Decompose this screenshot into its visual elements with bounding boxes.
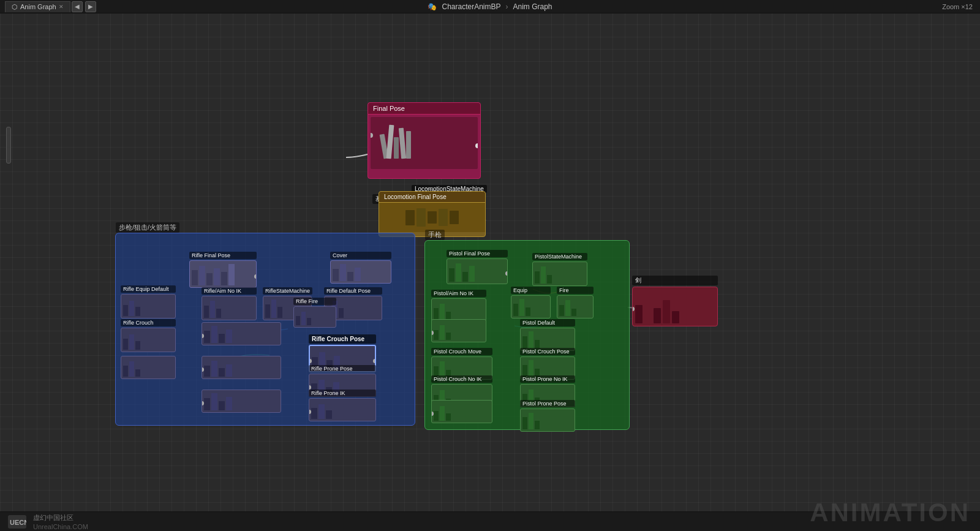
rifle-final-pose-label: Rifle Final Pose xyxy=(189,252,257,288)
site-url: UnrealChina.COM xyxy=(33,523,88,530)
rifle-node-row2-left[interactable] xyxy=(121,356,176,379)
rifle-group: 步枪/狙击/火箭筒等 Rifle Final Pose Cover xyxy=(115,233,415,426)
rifle-prone-ik-node[interactable]: Rifle Prone IK xyxy=(309,390,376,421)
bottom-bar: UECN 虚幻中国社区 UnrealChina.COM ANIMATION xyxy=(0,511,980,531)
pistol-bottom-left-node[interactable] xyxy=(431,400,492,423)
pistol-default-node[interactable]: Pistol Default xyxy=(520,319,575,351)
equip-node[interactable]: Equip xyxy=(511,287,551,318)
rifle-group-label: 步枪/狙击/火箭筒等 xyxy=(116,222,179,233)
tab-icon: ⬡ xyxy=(12,3,18,11)
pistol-aim-node[interactable] xyxy=(431,319,486,342)
pistol-final-pose-node[interactable]: Pistol Final Pose xyxy=(447,250,508,284)
zoom-level: Zoom ×12 xyxy=(942,3,973,10)
tab-close-icon[interactable]: ✕ xyxy=(59,4,64,10)
rifle-fire-node[interactable]: Rifle Fire xyxy=(293,298,336,328)
final-pose-title: Final Pose xyxy=(368,103,480,115)
ue-logo: UECN xyxy=(7,514,27,529)
rifle-crouch-left-node[interactable]: Rifle Crouch xyxy=(121,319,176,352)
breadcrumb-sep: › xyxy=(506,2,508,11)
pistol-state-machine-node[interactable]: PistolStateMachine xyxy=(532,253,587,286)
pistol-aim-no-ik-node[interactable]: Pistol/Aim No IK xyxy=(431,290,486,322)
nav-forward-button[interactable]: ▶ xyxy=(85,1,96,12)
node-canvas[interactable]: Final Pose 基础 L xyxy=(0,13,980,531)
nav-back-button[interactable]: ◀ xyxy=(72,1,83,12)
site-label: 虚幻中国社区 xyxy=(33,513,88,522)
fire-node[interactable]: Fire xyxy=(557,287,594,318)
animation-watermark: ANIMATION xyxy=(810,498,970,527)
final-pose-node[interactable]: Final Pose xyxy=(368,102,481,179)
locomotion-title: Locomotion Final Pose xyxy=(379,192,485,203)
svg-text:UECN: UECN xyxy=(10,519,26,526)
cover-node[interactable]: Cover xyxy=(330,252,391,284)
breadcrumb: 🎭 CharacterAnimBP › Anim Graph xyxy=(428,2,552,11)
tab-label: Anim Graph xyxy=(20,3,56,10)
sword-group[interactable]: 剑 xyxy=(632,276,718,326)
anim-graph-tab[interactable]: ⬡ Anim Graph ✕ xyxy=(5,1,70,12)
misc-node-1 xyxy=(6,127,11,164)
rifle-aim-no-ik-node[interactable]: Rifle/Aim No IK xyxy=(202,287,257,320)
rifle-node-row2-mid[interactable] xyxy=(202,356,281,379)
breadcrumb-bp[interactable]: CharacterAnimBP xyxy=(442,2,500,11)
breadcrumb-icon: 🎭 xyxy=(428,2,437,11)
pistol-prone-pose-node[interactable]: Pistol Prone Pose xyxy=(520,400,575,432)
pistol-group-label: 手枪 xyxy=(425,230,445,240)
top-bar: ⬡ Anim Graph ✕ ◀ ▶ 🎭 CharacterAnimBP › A… xyxy=(0,0,980,13)
breadcrumb-graph[interactable]: Anim Graph xyxy=(513,2,552,11)
rifle-node-row3-mid[interactable] xyxy=(202,390,281,413)
pistol-group: 手枪 Pistol Final Pose PistolStateMachine xyxy=(424,240,630,430)
rifle-equip-default-node[interactable]: Rifle Equip Default xyxy=(121,285,176,318)
rifle-node-row1[interactable] xyxy=(202,322,281,345)
